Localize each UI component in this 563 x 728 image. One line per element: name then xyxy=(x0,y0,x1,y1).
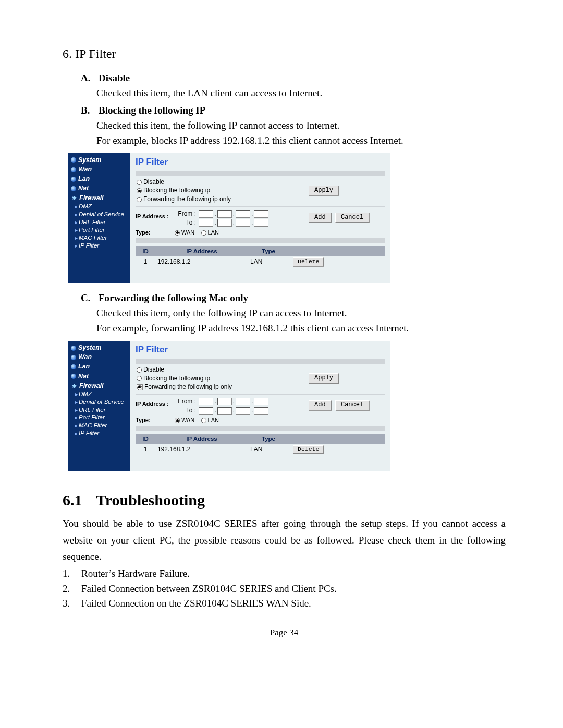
ts-step-3: 3.Failed Connection on the ZSR0104C SERI… xyxy=(63,596,506,611)
ip-from-3b[interactable] xyxy=(236,398,250,405)
add-button-2[interactable]: Add xyxy=(309,400,332,411)
sidebar-sub-macfilter[interactable]: MAC Filter xyxy=(71,234,128,242)
page-number: Page 34 xyxy=(63,627,506,638)
sidebar-sub-dos[interactable]: Denial of Service xyxy=(71,211,128,218)
item-title-c: Forwarding the following Mac only xyxy=(99,292,248,303)
router-screenshot-blocking: System Wan Lan Nat Firewall DMZ Denial o… xyxy=(68,153,390,283)
radio-disable-label-2: Disable xyxy=(143,366,164,373)
sidebar-sub-portfilter-2[interactable]: Port Filter xyxy=(71,414,128,422)
type-label-2: Type: xyxy=(136,416,173,424)
radio-blocking-2[interactable] xyxy=(137,376,142,381)
router-title-2: IP Filter xyxy=(136,344,385,355)
item-desc-b-1: Checked this item, the following IP cann… xyxy=(96,118,506,133)
ip-from-4[interactable] xyxy=(254,210,268,218)
ip-to-1b[interactable] xyxy=(199,407,213,415)
cancel-button[interactable]: Cancel xyxy=(335,213,369,223)
radio-type-lan[interactable] xyxy=(201,230,206,236)
ip-to-4[interactable] xyxy=(254,219,268,227)
item-title-b: Blocking the following IP xyxy=(99,105,205,116)
item-desc-c-1: Checked this item, only the following IP… xyxy=(96,306,506,320)
add-button[interactable]: Add xyxy=(309,213,332,223)
th-id-2: ID xyxy=(136,434,155,444)
item-letter-b: B. xyxy=(81,105,96,116)
type-lan-label-2: LAN xyxy=(208,417,219,423)
cancel-button-2[interactable]: Cancel xyxy=(335,400,369,411)
sidebar-sub-urlfilter[interactable]: URL Filter xyxy=(71,218,128,226)
ip-from-1[interactable] xyxy=(199,210,213,218)
table-row: 1 192.168.1.2 LAN Delete xyxy=(136,256,385,267)
ip-filter-table-2: ID IP Address Type 1 192.168.1.2 LAN Del… xyxy=(136,434,385,455)
apply-button-2[interactable]: Apply xyxy=(309,373,339,384)
th-ip: IP Address xyxy=(155,246,248,256)
from-label-2: From : xyxy=(175,398,196,406)
sidebar-item-nat-2[interactable]: Nat xyxy=(71,372,128,381)
item-letter-a: A. xyxy=(81,72,96,84)
ip-to-2b[interactable] xyxy=(217,407,232,415)
item-desc-a-1: Checked this item, the LAN client can ac… xyxy=(96,86,506,101)
divider-thin-2 xyxy=(136,394,385,395)
sidebar-item-wan-2[interactable]: Wan xyxy=(71,352,128,362)
divider-bar xyxy=(136,171,385,176)
cell-ip: 192.168.1.2 xyxy=(155,256,248,267)
radio-blocking[interactable] xyxy=(137,188,142,193)
ip-to-2[interactable] xyxy=(217,219,232,227)
ts-step-1: 1.Router’s Hardware Failure. xyxy=(63,566,506,582)
item-title-a: Disable xyxy=(99,72,130,83)
ip-to-3[interactable] xyxy=(236,219,250,227)
sidebar-item-system-2[interactable]: System xyxy=(71,343,128,352)
sidebar-item-nat[interactable]: Nat xyxy=(71,183,128,193)
sidebar-sub-dmz-2[interactable]: DMZ xyxy=(71,390,128,398)
ip-from-1b[interactable] xyxy=(199,398,213,405)
sidebar-item-wan[interactable]: Wan xyxy=(71,165,128,174)
type-lan-label: LAN xyxy=(208,229,219,236)
th-id: ID xyxy=(136,246,155,256)
radio-disable-2[interactable] xyxy=(137,367,142,373)
item-desc-b-2: For example, blocks IP address 192.168.1… xyxy=(96,133,506,148)
sidebar-sub-portfilter[interactable]: Port Filter xyxy=(71,226,128,234)
ip-from-2[interactable] xyxy=(217,210,232,218)
ts-step-2: 2.Failed Connection between ZSR0104C SER… xyxy=(63,582,506,597)
radio-forwarding-2[interactable] xyxy=(137,384,143,390)
sidebar-sub-dos-2[interactable]: Denial of Service xyxy=(71,398,128,406)
divider-bar-2 xyxy=(136,238,385,243)
sidebar-item-firewall[interactable]: Firewall xyxy=(71,193,128,203)
cell-id: 1 xyxy=(136,256,155,267)
footer-rule xyxy=(63,625,506,625)
ip-to-3b[interactable] xyxy=(236,407,250,415)
radio-type-wan[interactable] xyxy=(175,230,180,236)
ip-from-3[interactable] xyxy=(236,210,250,218)
to-label: To : xyxy=(175,219,196,227)
ip-filter-table: ID IP Address Type 1 192.168.1.2 LAN Del… xyxy=(136,246,385,267)
delete-button[interactable]: Delete xyxy=(293,257,324,266)
divider-bar-4 xyxy=(136,426,385,431)
radio-forwarding[interactable] xyxy=(137,197,142,202)
troubleshooting-heading: 6.1Troubleshooting xyxy=(63,491,506,509)
delete-button-2[interactable]: Delete xyxy=(293,445,324,454)
cell-type-2: LAN xyxy=(248,444,289,455)
sidebar-item-lan-2[interactable]: Lan xyxy=(71,362,128,371)
from-label: From : xyxy=(175,210,196,218)
apply-button[interactable]: Apply xyxy=(309,186,339,196)
sidebar-sub-macfilter-2[interactable]: MAC Filter xyxy=(71,422,128,429)
troubleshooting-para: You should be able to use ZSR0104C SERIE… xyxy=(63,515,506,564)
ip-to-1[interactable] xyxy=(199,219,213,227)
type-label: Type: xyxy=(136,229,173,236)
sidebar-item-lan[interactable]: Lan xyxy=(71,174,128,183)
radio-type-lan-2[interactable] xyxy=(201,418,206,423)
ip-to-4b[interactable] xyxy=(254,407,268,415)
sidebar-item-firewall-2[interactable]: Firewall xyxy=(71,381,128,390)
sidebar-item-system[interactable]: System xyxy=(71,155,128,165)
cell-type: LAN xyxy=(248,256,289,267)
radio-blocking-label-2: Blocking the following ip xyxy=(143,375,210,382)
sidebar-sub-ipfilter-2[interactable]: IP Filter xyxy=(71,429,128,437)
sidebar-sub-dmz[interactable]: DMZ xyxy=(71,203,128,211)
radio-disable[interactable] xyxy=(137,180,142,185)
radio-type-wan-2[interactable] xyxy=(175,418,180,423)
type-wan-label-2: WAN xyxy=(181,417,194,423)
sidebar-sub-urlfilter-2[interactable]: URL Filter xyxy=(71,406,128,414)
sidebar-sub-ipfilter[interactable]: IP Filter xyxy=(71,242,128,250)
radio-forwarding-label: Forwarding the following ip only xyxy=(143,195,231,203)
type-wan-label: WAN xyxy=(181,229,194,236)
ip-from-2b[interactable] xyxy=(217,398,232,405)
ip-from-4b[interactable] xyxy=(254,398,268,405)
